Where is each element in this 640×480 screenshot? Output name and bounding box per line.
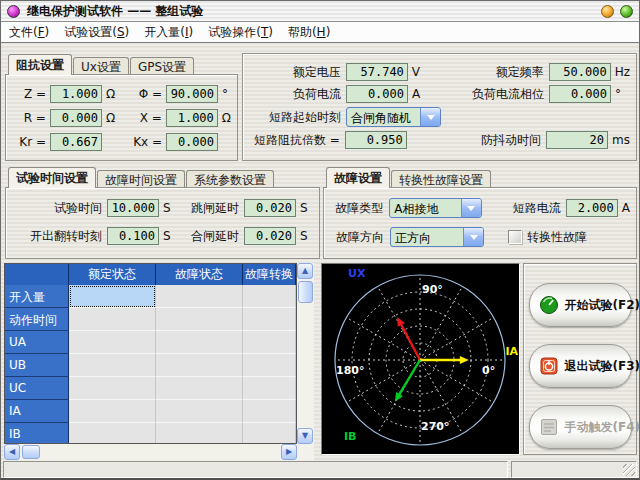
row-label: 动作时间 [5, 308, 69, 331]
title-bar[interactable]: 继电保护测试软件 —— 整组试验 [1, 1, 639, 22]
r-field[interactable] [50, 109, 102, 127]
sc-multiple-field[interactable] [345, 131, 407, 149]
table-cell[interactable] [156, 331, 243, 354]
tab-impedance-settings[interactable]: 阻抗设置 [8, 54, 72, 75]
load-phase-unit: ° [611, 87, 621, 101]
table-cell[interactable] [69, 308, 156, 331]
scroll-right-icon[interactable]: ▶ [281, 444, 297, 460]
header-fault-transfer[interactable]: 故障转换 [243, 264, 296, 285]
table-cell[interactable] [69, 377, 156, 400]
table-cell[interactable] [69, 423, 156, 444]
phasor-label-90deg: 90° [422, 283, 443, 296]
sc-start-dropdown[interactable]: 合闸角随机 [346, 107, 441, 127]
row-label: UA [5, 331, 69, 354]
table-cell[interactable] [156, 285, 243, 308]
fault-type-value: A相接地 [390, 199, 461, 217]
rated-frequency-unit: Hz [611, 65, 630, 79]
load-phase-label: 负荷电流相位 [432, 86, 544, 103]
exit-test-button[interactable]: 退出试验(F3) [529, 344, 632, 388]
chevron-down-icon[interactable] [463, 228, 483, 246]
tab-fault-time[interactable]: 故障时间设置 [97, 170, 185, 188]
debounce-unit: ms [608, 133, 630, 147]
chevron-down-icon[interactable] [420, 108, 440, 126]
vertical-scrollbar[interactable]: ▲ ▼ [297, 263, 314, 444]
result-table: 额定状态 故障状态 故障转换 开入量 动作时间 UA [4, 263, 314, 460]
window-minimize-button[interactable] [601, 5, 614, 18]
chevron-down-icon[interactable] [461, 199, 481, 217]
load-phase-field[interactable] [549, 85, 611, 103]
table-cell[interactable] [69, 331, 156, 354]
table-cell[interactable] [243, 285, 296, 308]
vertical-scroll-thumb[interactable] [298, 281, 313, 303]
z-field[interactable] [50, 85, 102, 103]
menu-help[interactable]: 帮助(H) [288, 24, 330, 41]
table-cell[interactable] [243, 354, 296, 377]
tab-gps-settings[interactable]: GPS设置 [130, 57, 194, 75]
fault-type-dropdown[interactable]: A相接地 [389, 198, 482, 218]
table-cell[interactable] [156, 377, 243, 400]
tab-system-params[interactable]: 系统参数设置 [186, 170, 274, 188]
test-time-unit: S [159, 201, 179, 215]
table-row: IA [5, 400, 296, 423]
tab-ux-settings[interactable]: Ux设置 [73, 57, 129, 75]
test-time-field[interactable] [107, 199, 159, 217]
status-message [3, 461, 508, 478]
table-cell[interactable] [243, 400, 296, 423]
z-unit: Ω [102, 87, 126, 101]
sc-current-field[interactable] [566, 199, 618, 217]
sc-start-value: 合闸角随机 [347, 108, 420, 126]
table-cell[interactable] [156, 423, 243, 444]
load-current-field[interactable] [346, 85, 408, 103]
fault-tabs: 故障设置 转换性故障设置 [323, 166, 637, 187]
table-cell[interactable] [156, 354, 243, 377]
app-window: 继电保护测试软件 —— 整组试验 文件(F) 试验设置(S) 开入量(I) 试验… [0, 0, 640, 480]
debounce-field[interactable] [546, 131, 608, 149]
horizontal-scrollbar[interactable]: ◀ ▶ [4, 444, 297, 460]
header-rated-state[interactable]: 额定状态 [69, 264, 156, 285]
flip-time-field[interactable] [107, 227, 159, 245]
load-current-label: 负荷电流 [247, 86, 341, 103]
menu-binary-input[interactable]: 开入量(I) [144, 24, 193, 41]
convertible-fault-checkbox[interactable] [508, 230, 522, 244]
menu-file[interactable]: 文件(F) [9, 24, 49, 41]
tab-convertible-fault-settings[interactable]: 转换性故障设置 [391, 170, 491, 188]
table-cell[interactable] [243, 377, 296, 400]
tab-fault-settings[interactable]: 故障设置 [326, 167, 390, 188]
fault-panel: 故障设置 转换性故障设置 故障类型 A相接地 短路电流 A 故障方向 正方向 [323, 166, 637, 259]
tab-test-time[interactable]: 试验时间设置 [8, 167, 96, 188]
window-close-button[interactable] [620, 5, 633, 18]
fault-direction-dropdown[interactable]: 正方向 [390, 227, 484, 247]
table-cell[interactable] [243, 331, 296, 354]
kx-field[interactable] [166, 133, 218, 151]
trip-delay-field[interactable] [244, 199, 296, 217]
scroll-left-icon[interactable]: ◀ [4, 444, 20, 460]
rated-voltage-label: 额定电压 [247, 64, 341, 81]
menu-test-operation[interactable]: 试验操作(T) [208, 24, 273, 41]
x-label: X = [126, 111, 162, 125]
menu-test-settings[interactable]: 试验设置(S) [64, 24, 129, 41]
kr-field[interactable] [50, 133, 102, 151]
resize-grip[interactable] [623, 464, 635, 476]
horizontal-scroll-thumb[interactable] [22, 445, 40, 459]
table-cell[interactable] [69, 400, 156, 423]
rated-voltage-field[interactable] [346, 63, 408, 81]
manual-trigger-icon [539, 417, 559, 437]
table-cell[interactable] [156, 308, 243, 331]
table-cell[interactable] [243, 423, 296, 444]
phi-field[interactable] [166, 85, 218, 103]
table-cell[interactable] [69, 354, 156, 377]
x-field[interactable] [166, 109, 218, 127]
table-cell[interactable] [243, 308, 296, 331]
fault-direction-label: 故障方向 [332, 229, 384, 246]
table-cell[interactable] [156, 400, 243, 423]
header-fault-state[interactable]: 故障状态 [156, 264, 243, 285]
close-delay-field[interactable] [244, 227, 296, 245]
table-cell-selected[interactable] [69, 285, 156, 308]
start-test-button[interactable]: 开始试验(F2) [529, 283, 632, 327]
rated-frequency-field[interactable] [549, 63, 611, 81]
time-panel: 试验时间设置 故障时间设置 系统参数设置 试验时间 S 跳闸延时 S 开出翻转时… [5, 166, 320, 259]
phasor-panel: UX 90° IA 180° 0° 270° IB [321, 263, 520, 455]
sc-current-label: 短路电流 [498, 200, 561, 217]
scroll-down-icon[interactable]: ▼ [297, 428, 313, 444]
scroll-up-icon[interactable]: ▲ [297, 263, 313, 279]
